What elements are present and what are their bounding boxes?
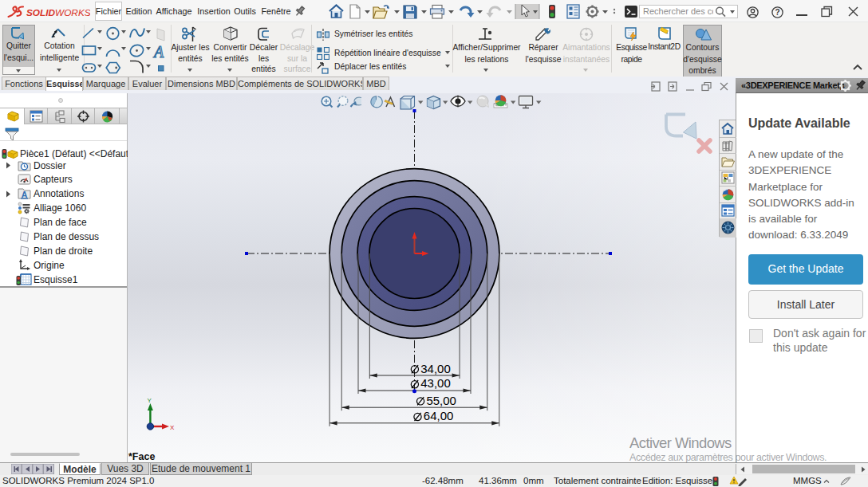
svg-text:Y: Y xyxy=(148,397,152,404)
svg-text:A: A xyxy=(152,43,164,61)
svg-text:64,00: 64,00 xyxy=(424,409,454,422)
svg-text:A: A xyxy=(22,190,28,199)
svg-text:X: X xyxy=(170,424,175,431)
svg-text:SOLIDWORKS: SOLIDWORKS xyxy=(26,7,90,18)
svg-text:?: ? xyxy=(775,8,779,17)
svg-text:43,00: 43,00 xyxy=(420,376,451,390)
svg-text:34,00: 34,00 xyxy=(420,362,451,375)
svg-text:55,00: 55,00 xyxy=(426,394,456,407)
